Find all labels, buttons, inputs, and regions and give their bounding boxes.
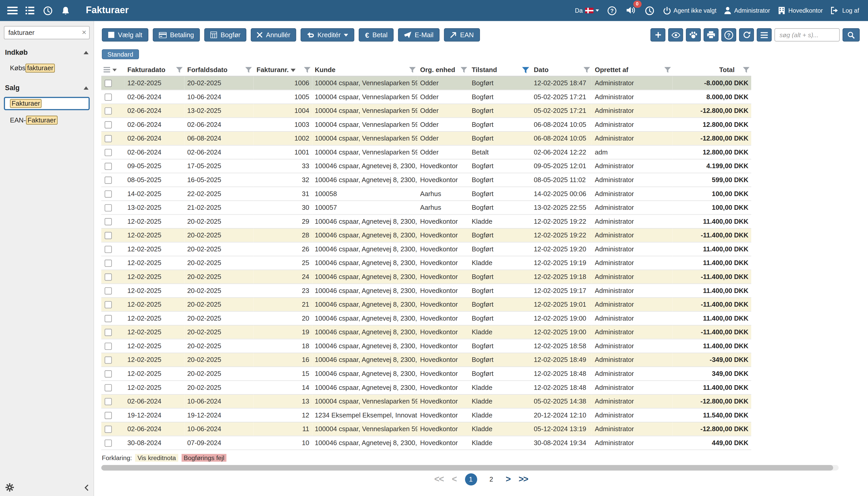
- table-row[interactable]: 02-06-202413-02-20251004100004 cspaar, V…: [101, 104, 751, 118]
- sound-icon[interactable]: 0: [625, 6, 637, 15]
- row-checkbox[interactable]: [105, 204, 112, 212]
- select-column-header[interactable]: [101, 64, 125, 76]
- collapse-sidebar-icon[interactable]: [84, 484, 89, 491]
- help-button[interactable]: ?: [721, 28, 736, 41]
- funnel-icon[interactable]: [743, 67, 750, 73]
- page-first-button[interactable]: <<: [434, 474, 444, 484]
- table-row[interactable]: 12-02-202520-02-202521100046 cspaar, Agn…: [101, 298, 751, 312]
- table-row[interactable]: 12-02-202520-02-202515100046 cspaar, Agn…: [101, 367, 751, 381]
- table-row[interactable]: 12-02-202520-02-202529100046 cspaar, Agn…: [101, 214, 751, 228]
- view-preset-standard[interactable]: Standard: [102, 49, 139, 59]
- table-row[interactable]: 12-02-202520-02-202519100046 cspaar, Agn…: [101, 325, 751, 339]
- table-row[interactable]: 12-02-202520-02-202524100046 cspaar, Agn…: [101, 270, 751, 284]
- funnel-icon[interactable]: [461, 67, 467, 73]
- funnel-icon[interactable]: [664, 67, 671, 73]
- office-selector[interactable]: Hovedkontor: [778, 7, 823, 14]
- credit-button[interactable]: Kreditér: [301, 28, 355, 41]
- sidebar-item-fakturaer[interactable]: Fakturaer: [4, 97, 90, 110]
- table-row[interactable]: 12-02-202520-02-202526100046 cspaar, Agn…: [101, 242, 751, 256]
- table-row[interactable]: 02-06-202402-06-20241003100004 cspaar, V…: [101, 118, 751, 131]
- ean-button[interactable]: EAN: [444, 28, 480, 41]
- columns-button[interactable]: [757, 28, 772, 41]
- funnel-active-icon[interactable]: [522, 67, 529, 74]
- page-next-button[interactable]: >: [506, 474, 510, 484]
- agent-selector[interactable]: Agent ikke valgt: [663, 6, 716, 15]
- table-row[interactable]: 08-05-202516-05-202532100046 cspaar, Agn…: [101, 173, 751, 187]
- refresh-button[interactable]: [739, 28, 754, 41]
- table-row[interactable]: 12-02-202520-02-202520100046 cspaar, Agn…: [101, 311, 751, 325]
- table-row[interactable]: 14-02-202522-02-202531100058AarhusBogfør…: [101, 187, 751, 201]
- sidebar-item-k-bsfakturaer[interactable]: Købsfakturaer: [4, 61, 90, 75]
- sidebar-search-input[interactable]: [4, 26, 90, 39]
- print-button[interactable]: [704, 28, 719, 41]
- row-checkbox[interactable]: [105, 190, 112, 198]
- bell-icon[interactable]: [60, 6, 71, 15]
- row-checkbox[interactable]: [105, 329, 112, 336]
- row-checkbox[interactable]: [105, 426, 112, 433]
- table-row[interactable]: 12-02-202520-02-202518100046 cspaar, Agn…: [101, 339, 751, 353]
- table-row[interactable]: 13-02-202521-02-202530100057AarhusBogfør…: [101, 201, 751, 215]
- table-row[interactable]: 02-06-202402-06-20241001100004 cspaar, V…: [101, 145, 751, 159]
- sidebar-item-ean-fakturaer[interactable]: EAN-Fakturaer: [4, 113, 90, 127]
- table-row[interactable]: 09-05-202517-05-202533100046 cspaar, Agn…: [101, 159, 751, 173]
- row-checkbox[interactable]: [105, 149, 112, 156]
- row-checkbox[interactable]: [105, 315, 112, 322]
- settings-gear-icon[interactable]: [5, 483, 14, 492]
- table-row[interactable]: 02-06-202410-06-202413100004 cspaar, Ven…: [101, 394, 751, 408]
- horizontal-scrollbar[interactable]: [101, 465, 839, 470]
- clear-search-icon[interactable]: ×: [82, 28, 87, 36]
- table-row[interactable]: 30-08-202407-09-202410100046 cspaar, Agn…: [101, 436, 751, 450]
- sidebar-section-salg[interactable]: Salg: [0, 82, 94, 94]
- scrollbar-thumb[interactable]: [101, 465, 833, 470]
- page-prev-button[interactable]: <: [452, 474, 456, 484]
- page-last-button[interactable]: >>: [519, 474, 528, 484]
- menu-icon[interactable]: [7, 7, 18, 14]
- row-checkbox[interactable]: [105, 287, 112, 294]
- table-row[interactable]: 12-02-202520-02-202516100046 cspaar, Agn…: [101, 353, 751, 367]
- row-checkbox[interactable]: [105, 80, 112, 87]
- language-selector[interactable]: Da: [575, 7, 599, 14]
- row-checkbox[interactable]: [105, 246, 112, 253]
- logout-button[interactable]: Log af: [831, 7, 859, 14]
- preview-button[interactable]: [668, 28, 683, 41]
- table-row[interactable]: 12-02-202520-02-20251006100004 cspaar, V…: [101, 76, 751, 90]
- table-row[interactable]: 12-02-202520-02-202525100046 cspaar, Agn…: [101, 256, 751, 270]
- grid-search-input[interactable]: [774, 28, 840, 41]
- row-checkbox[interactable]: [105, 301, 112, 308]
- user-menu[interactable]: Administrator: [724, 7, 770, 14]
- add-button[interactable]: [650, 28, 665, 41]
- row-checkbox[interactable]: [105, 370, 112, 378]
- row-checkbox[interactable]: [105, 356, 112, 364]
- row-checkbox[interactable]: [105, 274, 112, 281]
- page-button-1[interactable]: 1: [465, 473, 477, 485]
- row-checkbox[interactable]: [105, 135, 112, 142]
- clock-icon[interactable]: [644, 6, 655, 15]
- row-checkbox[interactable]: [105, 412, 112, 419]
- row-checkbox[interactable]: [105, 232, 112, 239]
- pay-button[interactable]: €Betal: [359, 28, 394, 41]
- row-checkbox[interactable]: [105, 163, 112, 170]
- table-row[interactable]: 12-02-202520-02-202514100046 cspaar, Agn…: [101, 381, 751, 394]
- payment-button[interactable]: Betaling: [153, 28, 200, 41]
- funnel-icon[interactable]: [176, 67, 183, 73]
- page-button-2[interactable]: 2: [485, 473, 497, 485]
- funnel-icon[interactable]: [409, 67, 416, 73]
- row-checkbox[interactable]: [105, 343, 112, 350]
- row-checkbox[interactable]: [105, 94, 112, 101]
- select-all-button[interactable]: Vælg alt: [102, 28, 148, 41]
- funnel-icon[interactable]: [304, 67, 311, 73]
- row-checkbox[interactable]: [105, 218, 112, 226]
- table-row[interactable]: 19-12-202419-12-2024121234 Eksempel Ekse…: [101, 408, 751, 422]
- row-checkbox[interactable]: [105, 398, 112, 405]
- post-button[interactable]: Bogfør: [205, 28, 247, 41]
- history-icon[interactable]: [42, 6, 53, 15]
- caret-down-dark-icon[interactable]: [112, 68, 117, 71]
- email-button[interactable]: E-Mail: [398, 28, 440, 41]
- paw-button[interactable]: [686, 28, 701, 41]
- row-checkbox[interactable]: [105, 260, 112, 267]
- cancel-button[interactable]: Annullér: [251, 28, 297, 41]
- table-row[interactable]: 12-02-202520-02-202528100046 cspaar, Agn…: [101, 228, 751, 242]
- help-icon[interactable]: ?: [607, 6, 618, 15]
- search-button[interactable]: [842, 28, 859, 41]
- table-row[interactable]: 12-02-202520-02-202523100046 cspaar, Agn…: [101, 284, 751, 298]
